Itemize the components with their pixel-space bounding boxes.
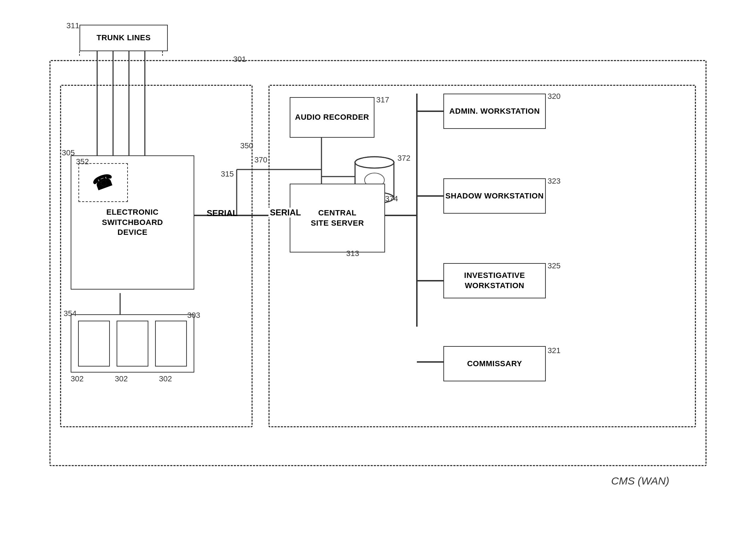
ref-321: 321 [548,346,561,355]
svg-point-23 [355,157,394,168]
ref-302b: 302 [115,374,128,383]
ref-374: 374 [385,194,398,203]
ref-305: 305 [62,148,75,157]
investigative-workstation-box: INVESTIGATIVE WORKSTATION [443,263,546,298]
ref-313: 313 [346,249,359,258]
admin-ws-label: ADMIN. WORKSTATION [449,106,540,117]
commissary-label: COMMISSARY [467,359,522,369]
investigative-ws-label: INVESTIGATIVE WORKSTATION [444,270,545,291]
ref-311: 311 [66,21,79,30]
central-server-label: CENTRALSITE SERVER [311,208,364,228]
ref-301: 301 [233,55,246,64]
serial-right-label: SERIAL [268,208,302,218]
phone-icon-inner: ☎ [89,168,117,196]
commissary-box: COMMISSARY [443,346,546,381]
switchboard-inner-dashed: ☎ [78,163,128,202]
shadow-workstation-box: SHADOW WORKSTATION [443,178,546,214]
cms-wan-label: CMS (WAN) [611,475,669,487]
terminal-2 [117,321,148,367]
ref-323: 323 [548,177,561,186]
ref-352: 352 [76,157,89,166]
diagram-container: 301 [28,18,728,526]
audio-recorder-label: AUDIO RECORDER [295,112,369,123]
switchboard-label: ELECTRONICSWITCHBOARDDEVICE [102,207,163,238]
ref-303: 303 [187,311,200,320]
ref-354: 354 [64,309,77,318]
central-server-box: CENTRALSITE SERVER [290,184,385,252]
ref-302c: 302 [159,374,172,383]
ref-350: 350 [240,141,253,150]
ref-317: 317 [376,95,389,105]
ref-325: 325 [548,261,561,270]
shadow-ws-label: SHADOW WORKSTATION [445,191,544,201]
ref-315: 315 [221,170,234,179]
terminals-box [71,314,194,373]
serial-center-label: SERIAL [207,208,238,218]
ref-320: 320 [548,92,561,101]
audio-recorder-box: AUDIO RECORDER [290,97,374,138]
terminal-1 [78,321,110,367]
switchboard-box: ELECTRONICSWITCHBOARDDEVICE ☎ [71,155,194,290]
ref-302a: 302 [71,374,84,383]
trunk-lines-box: TRUNK LINES [79,25,168,51]
ref-370: 370 [254,155,267,165]
trunk-lines-label: TRUNK LINES [96,33,150,43]
terminal-3 [155,321,187,367]
ref-372: 372 [397,154,411,163]
admin-workstation-box: ADMIN. WORKSTATION [443,94,546,129]
